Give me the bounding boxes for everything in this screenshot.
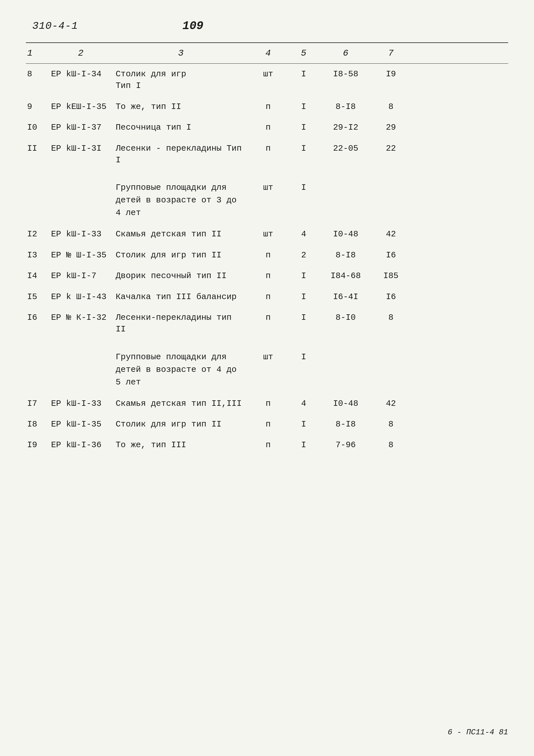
row-code: ЕР kШ-I-37 [48,120,113,135]
col-7: 7 [371,47,410,60]
table-row: I3 ЕР № Ш-I-35 Столик для игр тип II п 2… [26,245,508,265]
row-price: I6-4I [320,290,371,304]
row-unit: п [249,248,288,262]
footer-text: 6 - ПС11-4 81 [448,728,508,737]
table-row: I4 ЕР kШ-I-7 Дворик песочный тип II п I … [26,265,508,286]
row-name: Столик для игр тип II [113,417,249,431]
section-code [48,180,113,221]
table-row: I0 ЕР kШ-I-37 Песочница тип I п I 29-I2 … [26,117,508,138]
row-qty: I [288,438,320,452]
row-name: Скамья детская тип II [113,227,249,241]
section-label: Групповые площадки для детей в возрасте … [113,350,249,390]
row-total: I6 [371,290,410,304]
row-unit: п [249,417,288,431]
row-code: ЕР kШ-I-34 [48,67,113,81]
row-total: 8 [371,310,410,325]
row-name: Столик для игр тип II [113,248,249,262]
row-price: 8-I8 [320,99,371,114]
row-unit: п [249,141,288,155]
row-unit: шт [249,67,288,81]
row-unit: шт [249,227,288,241]
row-price: 7-96 [320,438,371,452]
section-qty: I [288,180,320,221]
row-qty: I [288,269,320,283]
row-num: I2 [26,227,48,241]
row-num: I0 [26,120,48,135]
row-unit: п [249,396,288,411]
row-unit: п [249,310,288,325]
table-row: I6 ЕР № К-I-32 Лесенки-перекладины тип I… [26,307,508,340]
row-name: Дворик песочный тип II [113,269,249,283]
row-total: 42 [371,396,410,411]
row-qty: I [288,120,320,135]
section-qty: I [288,350,320,390]
row-unit: п [249,438,288,452]
row-qty: 4 [288,396,320,411]
row-total: I9 [371,67,410,81]
table-row: I5 ЕР k Ш-I-43 Качалка тип III балансир … [26,286,508,307]
row-total: 29 [371,120,410,135]
col-4: 4 [249,47,288,60]
table-row: I7 ЕР kШ-I-33 Скамья детская тип II,III … [26,393,508,414]
section-price [320,180,371,221]
row-price: 8-I0 [320,310,371,325]
section-num [26,180,48,221]
row-qty: I [288,417,320,431]
row-num: I3 [26,248,48,262]
row-price: I8-58 [320,67,371,81]
row-code: ЕР kШ-I-33 [48,227,113,241]
section-num [26,350,48,390]
row-name: То же, тип III [113,438,249,452]
section-unit: шт [249,350,288,390]
row-num: I6 [26,310,48,325]
row-name: Лесенки - перекладины Тип I [113,141,249,168]
row-qty: I [288,290,320,304]
row-num: 9 [26,99,48,114]
row-num: I9 [26,438,48,452]
row-qty: I [288,310,320,325]
section-label: Групповые площадки для детей в возрасте … [113,180,249,221]
row-num: 8 [26,67,48,81]
table-row: 8 ЕР kШ-I-34 Столик для игр Тип I шт I I… [26,64,508,96]
row-code: ЕР kЕШ-I-35 [48,99,113,114]
row-code: ЕР № Ш-I-35 [48,248,113,262]
section-header-2: Групповые площадки для детей в возрасте … [26,340,508,393]
table-row: I8 ЕР kШ-I-35 Столик для игр тип II п I … [26,414,508,435]
row-total: 22 [371,141,410,155]
row-name: Скамья детская тип II,III [113,396,249,411]
row-qty: I [288,141,320,155]
table-header: 1 2 3 4 5 6 7 [26,43,508,64]
row-num: I8 [26,417,48,431]
row-name: Качалка тип III балансир [113,290,249,304]
main-table: 1 2 3 4 5 6 7 8 ЕР kШ-I-34 Столик для иг… [26,42,508,456]
row-unit: п [249,99,288,114]
row-price: I0-48 [320,396,371,411]
table-row: II ЕР kШ-I-3I Лесенки - перекладины Тип … [26,138,508,171]
row-num: I7 [26,396,48,411]
table-row: I2 ЕР kШ-I-33 Скамья детская тип II шт 4… [26,224,508,244]
section-code [48,350,113,390]
section-header-1: Групповые площадки для детей в возрасте … [26,171,508,224]
row-price: 8-I8 [320,248,371,262]
row-total: 42 [371,227,410,241]
row-name: Лесенки-перекладины тип II [113,310,249,337]
row-price: 8-I8 [320,417,371,431]
section-unit: шт [249,180,288,221]
row-price: I84-68 [320,269,371,283]
row-name: То же, тип II [113,99,249,114]
table-row: I9 ЕР kШ-I-36 То же, тип III п I 7-96 8 [26,435,508,455]
section-price [320,350,371,390]
row-num: II [26,141,48,155]
col-3: 3 [113,47,249,60]
row-price: 29-I2 [320,120,371,135]
row-code: ЕР k Ш-I-43 [48,290,113,304]
row-name: Песочница тип I [113,120,249,135]
row-price: I0-48 [320,227,371,241]
row-qty: I [288,67,320,81]
row-code: ЕР kШ-I-35 [48,417,113,431]
row-total: 8 [371,417,410,431]
row-qty: 4 [288,227,320,241]
table-row: 9 ЕР kЕШ-I-35 То же, тип II п I 8-I8 8 [26,96,508,117]
col-5: 5 [288,47,320,60]
row-qty: I [288,99,320,114]
